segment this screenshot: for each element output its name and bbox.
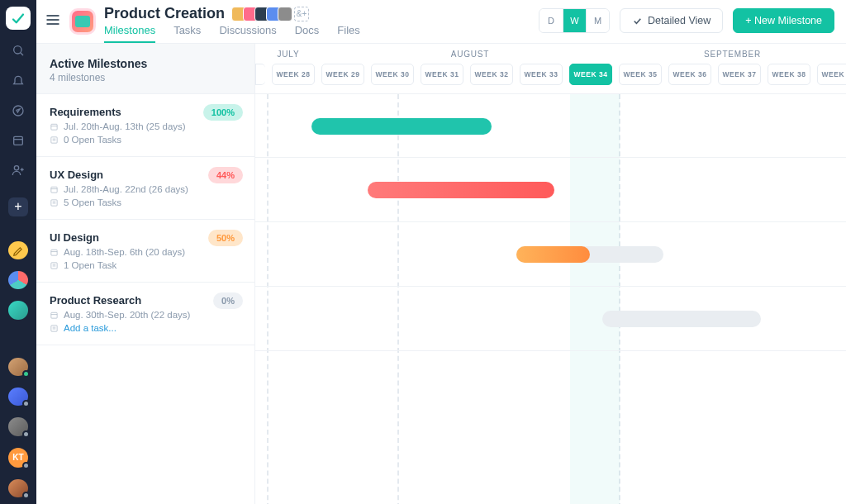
gantt-body: [255, 94, 846, 504]
milestone-item[interactable]: UX Design Jul. 28th-Aug. 22nd (26 days) …: [36, 157, 254, 220]
gantt-bar-ux[interactable]: [368, 182, 554, 198]
detailed-view-button[interactable]: Detailed View: [620, 8, 723, 33]
add-user-icon[interactable]: [8, 161, 28, 179]
create-new-button[interactable]: +: [8, 197, 28, 216]
svg-marker-3: [17, 109, 20, 112]
project-avatar[interactable]: [69, 8, 96, 35]
milestone-item[interactable]: Product Research Aug. 30th-Sep. 20th (22…: [36, 283, 254, 345]
view-month-button[interactable]: M: [586, 9, 609, 32]
notifications-icon[interactable]: [8, 71, 28, 89]
gantt-row: [255, 287, 846, 351]
nav-tabs: Milestones Tasks Discussions Docs Files: [104, 24, 360, 43]
timeline-panel[interactable]: JULY AUGUST SEPTEMBER WEEK 28 WEEK 29 WE…: [255, 44, 846, 504]
view-week-button[interactable]: W: [563, 9, 586, 32]
svg-rect-17: [51, 187, 57, 193]
week-track: WEEK 28 WEEK 29 WEEK 30 WEEK 31 WEEK 32 …: [255, 59, 846, 94]
milestone-list: Active Milestones 4 milestones Requireme…: [36, 44, 255, 504]
calendar-icon[interactable]: [8, 131, 28, 150]
month-labels: JULY AUGUST SEPTEMBER: [255, 44, 846, 59]
progress-badge: 44%: [208, 167, 243, 183]
svg-rect-27: [51, 312, 57, 318]
add-task-link[interactable]: Add a task...: [50, 323, 241, 333]
color-dot-project[interactable]: [8, 301, 28, 319]
menu-icon[interactable]: [45, 12, 61, 31]
svg-rect-4: [14, 136, 23, 145]
week-col[interactable]: WEEK 35: [619, 64, 662, 85]
sidebar-avatar-3[interactable]: [8, 417, 28, 435]
week-col[interactable]: WEEK 30: [371, 64, 414, 85]
milestone-tasks: 1 Open Task: [50, 260, 241, 270]
milestone-item[interactable]: Requirements Jul. 20th-Aug. 13th (25 day…: [36, 94, 254, 157]
page-title: Product Creation: [104, 5, 225, 22]
gantt-row: [255, 222, 846, 287]
svg-rect-12: [51, 124, 57, 130]
svg-point-0: [14, 46, 21, 54]
week-col[interactable]: WEEK 29: [321, 64, 364, 85]
tab-discussions[interactable]: Discussions: [219, 24, 276, 43]
sidebar-avatar-4[interactable]: KT: [8, 448, 28, 468]
week-col[interactable]: WEEK 31: [421, 64, 463, 85]
milestone-dates: Jul. 20th-Aug. 13th (25 days): [50, 121, 241, 131]
top-header: Product Creation &+ Milestones Tasks Dis…: [36, 0, 846, 43]
svg-rect-19: [51, 199, 57, 205]
milestone-dates: Aug. 18th-Sep. 6th (20 days): [50, 247, 241, 257]
svg-rect-14: [51, 136, 57, 142]
gantt-bar-ui-progress[interactable]: [516, 246, 590, 263]
milestone-item[interactable]: UI Design Aug. 18th-Sep. 6th (20 days) 1…: [36, 220, 254, 283]
gantt-bar-research-bg[interactable]: [602, 311, 761, 327]
week-col[interactable]: WEEK 37: [718, 64, 761, 85]
week-col-active[interactable]: WEEK 34: [569, 64, 612, 85]
sidebar-avatar-1[interactable]: [8, 358, 28, 376]
week-col[interactable]: WEEK 28: [272, 64, 315, 85]
zoom-mode-group: D W M: [539, 8, 610, 33]
compass-icon[interactable]: [8, 102, 28, 120]
milestone-tasks: 0 Open Tasks: [50, 135, 241, 145]
week-col[interactable]: WEEK 39: [817, 64, 846, 85]
color-dot-chart[interactable]: [8, 271, 28, 289]
week-col[interactable]: WEEK 33: [520, 64, 563, 85]
gantt-row: [255, 158, 846, 222]
tab-docs[interactable]: Docs: [295, 24, 320, 43]
tab-files[interactable]: Files: [337, 24, 359, 43]
progress-badge: 100%: [203, 104, 243, 121]
week-partial[interactable]: [255, 64, 265, 85]
week-col[interactable]: WEEK 36: [668, 64, 711, 85]
svg-rect-29: [51, 325, 57, 330]
svg-rect-24: [51, 262, 57, 268]
progress-badge: 50%: [208, 230, 243, 246]
left-sidebar: + KT: [0, 0, 36, 504]
milestone-tasks: 5 Open Tasks: [50, 197, 241, 207]
milestone-dates: Jul. 28th-Aug. 22nd (26 days): [50, 184, 241, 194]
tab-tasks[interactable]: Tasks: [173, 24, 201, 43]
svg-line-1: [21, 53, 23, 55]
sidebar-avatar-5[interactable]: [8, 479, 28, 497]
tab-milestones[interactable]: Milestones: [104, 24, 155, 43]
color-dot-pencil[interactable]: [8, 241, 28, 259]
project-members[interactable]: &+: [231, 7, 309, 21]
progress-badge: 0%: [213, 292, 243, 309]
search-icon[interactable]: [8, 41, 28, 59]
milestone-list-header: Active Milestones 4 milestones: [36, 44, 254, 94]
view-day-button[interactable]: D: [539, 9, 563, 32]
svg-rect-22: [51, 250, 57, 255]
week-col[interactable]: WEEK 32: [470, 64, 513, 85]
gantt-bar-requirements[interactable]: [311, 118, 492, 135]
milestone-dates: Aug. 30th-Sep. 20th (22 days): [50, 310, 241, 320]
new-milestone-button[interactable]: + New Milestone: [733, 8, 834, 33]
gantt-row: [255, 94, 846, 158]
week-col[interactable]: WEEK 38: [768, 64, 810, 85]
add-member-button[interactable]: &+: [294, 7, 309, 21]
svg-point-6: [14, 166, 18, 170]
app-logo[interactable]: [6, 7, 31, 30]
sidebar-avatar-2[interactable]: [8, 388, 28, 406]
